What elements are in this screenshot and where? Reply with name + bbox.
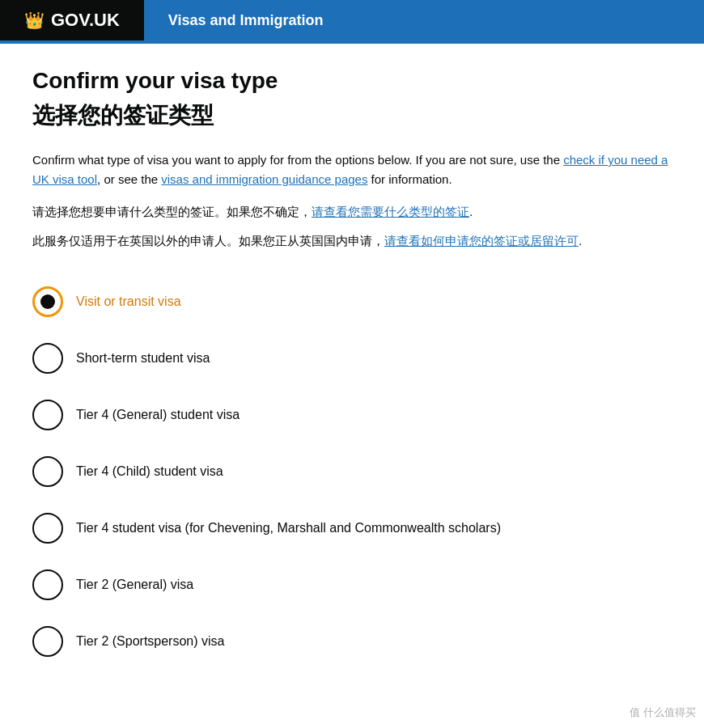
radio-label-5: Tier 4 student visa (for Chevening, Mars… — [76, 521, 501, 535]
radio-label-2: Short-term student visa — [76, 351, 210, 366]
page-title-chinese: 选择您的签证类型 — [32, 100, 672, 131]
desc-zh2-after: . — [579, 234, 582, 248]
radio-circle-7 — [32, 626, 63, 657]
radio-circle-6 — [32, 569, 63, 600]
guidance-pages-link[interactable]: visas and immigration guidance pages — [161, 172, 367, 186]
radio-label-1: Visit or transit visa — [76, 294, 181, 309]
radio-item-1[interactable]: Visit or transit visa — [32, 273, 672, 330]
desc-zh1-before: 请选择您想要申请什么类型的签证。如果您不确定， — [32, 205, 312, 218]
radio-item-4[interactable]: Tier 4 (Child) student visa — [32, 443, 672, 500]
gov-logo-link[interactable]: 👑 GOV.UK — [24, 10, 120, 31]
desc-en-between: , or see the — [97, 172, 161, 186]
radio-label-7: Tier 2 (Sportsperson) visa — [76, 634, 224, 649]
service-name-text: Visas and Immigration — [168, 12, 324, 29]
desc-zh1-after: . — [469, 205, 473, 218]
radio-label-3: Tier 4 (General) student visa — [76, 408, 240, 422]
radio-circle-3 — [32, 400, 63, 430]
zh-apply-link[interactable]: 请查看如何申请您的签证或居留许可 — [384, 234, 579, 248]
radio-item-2[interactable]: Short-term student visa — [32, 330, 672, 387]
radio-label-4: Tier 4 (Child) student visa — [76, 464, 223, 479]
description-chinese-2: 此服务仅适用于在英国以外的申请人。如果您正从英国国内申请，请查看如何申请您的签证… — [32, 231, 672, 251]
radio-item-5[interactable]: Tier 4 student visa (for Chevening, Mars… — [32, 500, 672, 557]
radio-circle-2 — [32, 343, 63, 374]
radio-label-6: Tier 2 (General) visa — [76, 578, 193, 592]
page-title-english: Confirm your visa type — [32, 68, 672, 94]
desc-zh2-before: 此服务仅适用于在英国以外的申请人。如果您正从英国国内申请， — [32, 234, 384, 248]
radio-item-7[interactable]: Tier 2 (Sportsperson) visa — [32, 613, 672, 670]
crown-icon: 👑 — [24, 11, 45, 30]
radio-circle-5 — [32, 513, 63, 544]
service-name-header: Visas and Immigration — [144, 0, 704, 40]
description-english: Confirm what type of visa you want to ap… — [32, 150, 672, 189]
site-header: 👑 GOV.UK Visas and Immigration — [0, 0, 704, 40]
zh-visa-check-link[interactable]: 请查看您需要什么类型的签证 — [312, 205, 469, 218]
desc-en-before-link1: Confirm what type of visa you want to ap… — [32, 153, 563, 167]
visa-type-radio-group: Visit or transit visaShort-term student … — [32, 273, 672, 670]
gov-logo-area: 👑 GOV.UK — [0, 0, 144, 40]
main-content: Confirm your visa type 选择您的签证类型 Confirm … — [0, 44, 704, 694]
description-chinese-1: 请选择您想要申请什么类型的签证。如果您不确定，请查看您需要什么类型的签证. — [32, 202, 672, 222]
radio-item-6[interactable]: Tier 2 (General) visa — [32, 557, 672, 613]
radio-circle-4 — [32, 456, 63, 487]
radio-circle-1 — [32, 286, 63, 317]
desc-en-after: for information. — [367, 172, 452, 186]
radio-item-3[interactable]: Tier 4 (General) student visa — [32, 387, 672, 443]
gov-logo-text: GOV.UK — [51, 10, 120, 31]
